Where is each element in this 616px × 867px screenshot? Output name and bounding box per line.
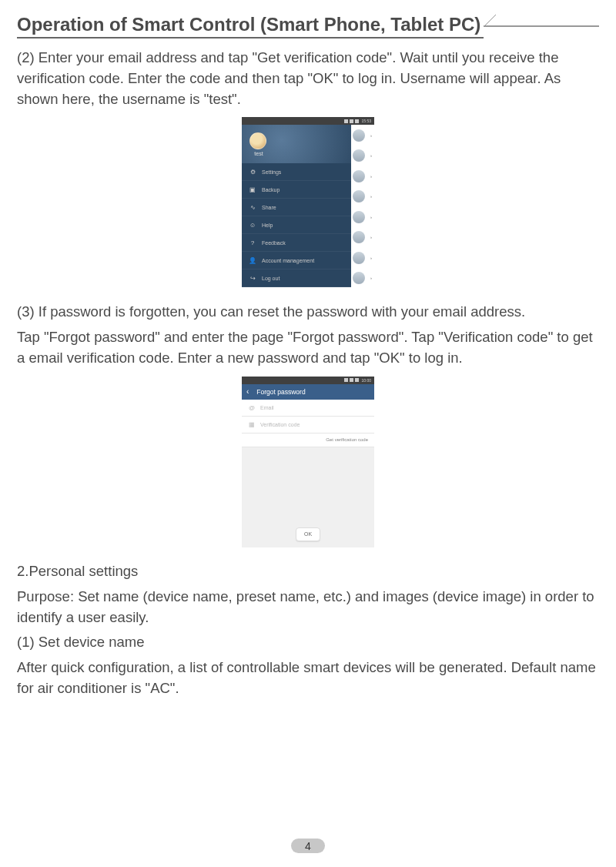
wifi-icon (350, 378, 353, 382)
device-badge: › (351, 146, 374, 166)
paragraph-2: (2) Enter your email address and tap "Ge… (17, 48, 599, 109)
menu-label: Help (262, 223, 273, 228)
phone1-statusbar: 15:53 (242, 117, 374, 125)
phone2-title: Forgot password (256, 388, 305, 396)
status-icons (344, 378, 359, 382)
page-number-wrap: 4 (0, 839, 616, 853)
menu-label: Settings (262, 169, 281, 175)
section-title: Operation of Smart Control (Smart Phone,… (17, 14, 484, 38)
code-icon: ▦ (248, 420, 256, 428)
signal-icon (344, 119, 348, 123)
section-2-purpose: Purpose: Set name (device name, preset n… (17, 587, 599, 628)
username-label: test (254, 151, 263, 156)
avatar-block: test (249, 132, 266, 156)
phone2-statusbar: 10:00 (242, 377, 374, 384)
statusbar-time: 10:00 (361, 378, 371, 383)
header-rule (484, 25, 599, 27)
phone2-titlebar: ‹ Forgot password (242, 384, 374, 400)
menu-label: Backup (262, 187, 280, 192)
signal-icon (344, 378, 348, 382)
get-code-button[interactable]: Get verification code (242, 434, 374, 447)
device-badge: › (351, 125, 374, 146)
device-badge: › (351, 186, 374, 207)
section-2-1-body: After quick configuration, a list of con… (17, 658, 599, 699)
phone-screenshot-menu: 15:53 test ⚙ Settings ▣ Backup (242, 117, 374, 288)
code-placeholder: Verification code (260, 422, 300, 427)
device-badge: › (351, 227, 374, 248)
statusbar-time: 15:53 (361, 119, 371, 123)
battery-icon (355, 119, 359, 123)
logout-icon: ↪ (249, 275, 256, 281)
device-badge: › (351, 166, 374, 186)
device-badge: › (351, 268, 374, 289)
backup-icon: ▣ (249, 186, 256, 192)
account-icon: 👤 (249, 257, 256, 263)
battery-icon (355, 378, 359, 382)
device-badge: › (351, 206, 374, 227)
share-icon: ∿ (249, 204, 256, 210)
wifi-icon (350, 119, 353, 123)
phone2-body (242, 447, 374, 518)
back-icon[interactable]: ‹ (246, 387, 249, 396)
gear-icon: ⚙ (249, 169, 256, 175)
paragraph-3b: Tap "Forgot password" and enter the page… (17, 327, 599, 369)
section-2-heading: 2.Personal settings (17, 561, 599, 582)
section-header: Operation of Smart Control (Smart Phone,… (17, 14, 599, 38)
email-icon: @ (248, 403, 256, 411)
menu-label: Share (262, 205, 276, 210)
status-icons (344, 119, 359, 123)
screenshot-1-wrap: 15:53 test ⚙ Settings ▣ Backup (17, 117, 599, 288)
menu-label: Account management (262, 258, 314, 263)
phone-screenshot-forgot: 10:00 ‹ Forgot password @ Email ▦ Verifi… (242, 377, 374, 547)
phone1-right-badges: › › › › › › › › (351, 125, 374, 288)
menu-label: Feedback (262, 240, 286, 246)
email-field[interactable]: @ Email (242, 400, 374, 417)
menu-label: Log out (262, 276, 280, 281)
avatar (249, 132, 266, 149)
section-2-1-heading: (1) Set device name (17, 632, 599, 653)
help-icon: ☺ (249, 222, 256, 228)
content: (2) Enter your email address and tap "Ge… (0, 38, 616, 699)
page-number: 4 (291, 839, 325, 853)
ok-button[interactable]: OK (296, 527, 320, 541)
ok-row: OK (242, 518, 374, 547)
code-field[interactable]: ▦ Verification code (242, 417, 374, 434)
feedback-icon: ? (249, 239, 256, 246)
device-badge: › (351, 247, 374, 268)
email-placeholder: Email (260, 405, 274, 410)
paragraph-3: (3) If password is forgotten, you can re… (17, 302, 599, 323)
screenshot-2-wrap: 10:00 ‹ Forgot password @ Email ▦ Verifi… (17, 377, 599, 547)
